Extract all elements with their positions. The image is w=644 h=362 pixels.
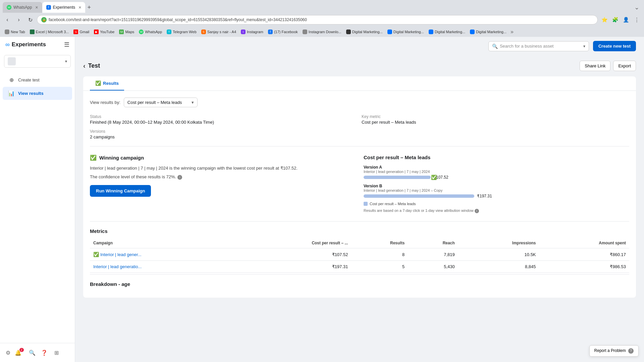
grid-button[interactable]: ⊞ (51, 347, 62, 358)
key-metric-label: Key metric (362, 114, 381, 119)
create-new-test-button[interactable]: Create new test (593, 41, 636, 51)
bookmark-maps-label: Maps (125, 30, 134, 34)
notifications-button[interactable]: 🔔2 (15, 347, 25, 358)
tab-experiments[interactable]: f Experiments × (42, 2, 86, 13)
bookmark-excel[interactable]: Excel | Microsoft 3... (28, 29, 71, 35)
reload-button[interactable]: ↻ (25, 15, 35, 24)
report-problem-button[interactable]: Report a Problem ? (589, 345, 639, 357)
sidebar-item-view-results[interactable]: 📊 View results (3, 87, 72, 100)
status-info: Status Finished (8 May 2024, 00:00–12 Ma… (90, 114, 358, 125)
tab-experiments-close[interactable]: × (78, 5, 81, 10)
experiments-favicon: f (46, 5, 51, 10)
bookmark-facebook[interactable]: f (17) Facebook (266, 29, 300, 35)
version-a-label: Version A (364, 165, 629, 170)
bookmark-telegram[interactable]: T Telegram Web (165, 29, 199, 35)
col-impressions: Impressions (458, 238, 539, 248)
chart-version-a: Version A Interior | lead generation | 7… (364, 165, 629, 180)
account-selector[interactable]: ▾ (4, 55, 71, 68)
search-asset-placeholder: Search for a business asset (500, 44, 553, 49)
settings-footer-button[interactable]: ⚙ (3, 347, 13, 358)
bookmarks-more[interactable]: » (511, 29, 514, 35)
status-value: Finished (8 May 2024, 00:00–12 May 2024,… (90, 120, 358, 125)
confidence-info-icon[interactable]: i (177, 175, 182, 180)
search-footer-button[interactable]: 🔍 (27, 347, 38, 358)
campaign-link-1[interactable]: ✅ Interior | lead gener... (93, 252, 233, 257)
browser-minimize[interactable]: ⌄ (632, 4, 641, 11)
bookmark-maps[interactable]: M Maps (117, 29, 136, 35)
confidence-text: The confidence level of these results is… (90, 174, 356, 180)
share-link-button[interactable]: Share Link (580, 61, 610, 71)
two-col-section: ✅ Winning campaign Interior | lead gener… (90, 155, 629, 213)
tab-whatsapp-title: WhatsApp (13, 5, 32, 10)
version-a-bar-row: ✅ ₹107.52 (364, 175, 629, 180)
bookmark-gmail[interactable]: G Gmail (71, 29, 91, 35)
profile-button[interactable]: 👤 (621, 15, 631, 24)
meta-icon: ∞ (5, 41, 10, 48)
meta-logo: ∞ Experiments (5, 41, 46, 48)
page-container: ‹ Test Share Link Export ✅ Results (75, 55, 644, 306)
back-arrow-icon: ‹ (83, 62, 86, 70)
bookmark-dm3[interactable]: Digital Marketing... (427, 29, 467, 35)
new-tab-button[interactable]: + (85, 4, 93, 11)
tab-whatsapp[interactable]: W WhatsApp × (3, 2, 42, 13)
version-b-value: ₹197.31 (477, 194, 492, 198)
metrics-title: Metrics (90, 228, 629, 234)
sidebar-nav: ⊕ Create test 📊 View results (0, 70, 75, 103)
bookmark-dm1[interactable]: Digital Marketing... (344, 29, 385, 35)
amount-1: ₹860.17 (539, 248, 629, 261)
chart-version-b: Version B Interior | lead generation | 7… (364, 184, 629, 198)
attribution-info-icon[interactable]: i (475, 209, 479, 213)
back-button[interactable]: ‹ (3, 15, 12, 24)
table-row: Interior | lead generatio... ₹197.31 5 5… (90, 261, 629, 273)
chart-title: Cost per result – Meta leads (364, 155, 629, 160)
bookmark-whatsapp[interactable]: W WhatsApp (137, 29, 164, 35)
bookmark-facebook-label: (17) Facebook (274, 30, 298, 34)
campaign-link-2[interactable]: Interior | lead generatio... (93, 264, 233, 269)
run-winning-campaign-button[interactable]: Run Winning Campaign (90, 185, 151, 197)
campaign-cell-2: Interior | lead generatio... (90, 261, 237, 273)
bookmark-newtab[interactable]: New Tab (3, 29, 27, 35)
version-b-bar (364, 194, 474, 198)
bookmark-button[interactable]: ⭐ (600, 15, 609, 24)
chart-legend: Cost per result – Meta leads (364, 202, 629, 206)
view-results-label: View results by: (90, 100, 120, 105)
bookmark-dm1-label: Digital Marketing... (352, 30, 383, 34)
bookmark-instagram-label: Instagram (247, 30, 263, 34)
impressions-2: 8,845 (458, 261, 539, 273)
bookmark-igdl[interactable]: Instagram Downlo... (301, 29, 343, 35)
report-problem-label: Report a Problem (594, 348, 626, 353)
bookmark-dm4-label: Digital Marketing... (476, 30, 506, 34)
col-campaign: Campaign (90, 238, 237, 248)
bookmark-dm2[interactable]: Digital Marketing... (385, 29, 426, 35)
winning-title-text: Winning campaign (99, 155, 144, 161)
top-bar: 🔍 Search for a business asset ▾ Create n… (75, 37, 644, 55)
forward-button[interactable]: › (14, 15, 23, 24)
help-button[interactable]: ❓ (39, 347, 50, 358)
bookmark-sanjay[interactable]: S Sanjay s nair - A4 (199, 29, 238, 35)
address-bar[interactable]: 🔒 facebook.com/test-and-learn/report?act… (37, 15, 598, 24)
results-tab-label: Results (103, 81, 119, 86)
hamburger-button[interactable]: ☰ (64, 41, 69, 48)
extension-button[interactable]: 🧩 (610, 15, 620, 24)
bookmark-youtube[interactable]: ▶ YouTube (92, 29, 116, 35)
version-b-sub: Interior | lead generation | 7 | may | 2… (364, 188, 629, 192)
sidebar-title: Experiments (12, 41, 46, 48)
metric-dropdown[interactable]: Cost per result – Meta leads ▾ (124, 98, 198, 107)
reach-2: 5,430 (408, 261, 458, 273)
page-back[interactable]: ‹ Test (83, 62, 100, 70)
winning-description: Interior | lead generation | 7 | may | 2… (90, 165, 356, 172)
legend-box (364, 202, 368, 206)
col-reach: Reach (408, 238, 458, 248)
bookmark-instagram[interactable]: I Instagram (239, 29, 265, 35)
key-metric-info: Key metric Cost per result – Meta leads (362, 114, 629, 125)
export-button[interactable]: Export (613, 61, 636, 71)
version-b-label: Version B (364, 184, 629, 188)
settings-button[interactable]: ⋮ (632, 15, 641, 24)
tab-whatsapp-close[interactable]: × (35, 5, 38, 10)
sidebar-item-create-test[interactable]: ⊕ Create test (3, 73, 72, 86)
results-tab[interactable]: ✅ Results (90, 76, 124, 90)
impressions-1: 10.5K (458, 248, 539, 261)
bookmark-dm4[interactable]: Digital Marketing... (468, 29, 508, 35)
winning-check-icon: ✅ (90, 155, 97, 161)
search-asset-dropdown[interactable]: 🔍 Search for a business asset ▾ (488, 41, 589, 51)
